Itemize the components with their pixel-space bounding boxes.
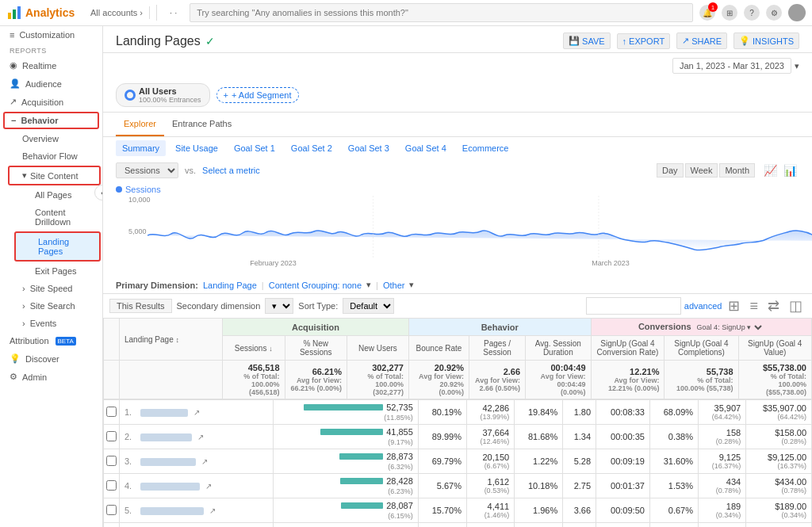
sidebar-item-all-pages[interactable]: All Pages [13, 186, 102, 204]
compare-icon[interactable]: ⇄ [764, 297, 783, 315]
row-value: $9,125.00 (16.37%) [746, 449, 812, 474]
metric-select[interactable]: Sessions [116, 162, 178, 178]
insights-button[interactable]: 💡 INSIGHTS [733, 32, 799, 49]
row-link-icon[interactable]: ↗ [201, 457, 208, 466]
sidebar-item-admin[interactable]: ⚙ Admin [0, 368, 102, 386]
summary-value: $55,738.00 % of Total: 100.00% ($55,738.… [738, 361, 811, 399]
conv-rate-header[interactable]: SignUp (Goal 4 Conversion Rate) [591, 336, 665, 361]
sub-tab-site-usage[interactable]: Site Usage [169, 140, 224, 156]
pages-session-header[interactable]: Pages / Session [469, 336, 526, 361]
summary-new-sessions: 66.21% Avg for View: 66.21% (0.00%) [285, 361, 347, 399]
content-grouping-link[interactable]: Content Grouping: none [269, 281, 362, 290]
week-button[interactable]: Week [685, 163, 718, 178]
completions-header[interactable]: SignUp (Goal 4 Completions) [665, 336, 738, 361]
sidebar-item-audience[interactable]: 👤 Audience [0, 74, 102, 93]
bar-chart-icon[interactable]: 📊 [781, 164, 799, 177]
row-link-icon[interactable]: ↗ [205, 482, 212, 491]
row-duration: 00:09:50 [596, 498, 650, 523]
sidebar-item-behavior[interactable]: − Behavior [3, 112, 99, 129]
landing-page-cell: 2. ↗ [120, 425, 274, 449]
sidebar-item-behavior-flow[interactable]: Behavior Flow [6, 147, 102, 165]
row-pages: 1.34 [563, 425, 596, 449]
month-button[interactable]: Month [719, 163, 755, 178]
sidebar-item-events[interactable]: › Events [6, 315, 102, 332]
sidebar-item-acquisition[interactable]: ↗ Acquisition [0, 93, 102, 111]
landing-page-header[interactable]: Landing Page ↕ [120, 319, 223, 361]
svg-text:March 2023: March 2023 [592, 259, 630, 267]
sidebar-item-discover[interactable]: 💡 Discover [0, 349, 102, 368]
select-metric-link[interactable]: Select a metric [202, 166, 260, 175]
gear-icon: ⚙ [10, 372, 17, 382]
row-bounce: 1.22% [515, 449, 563, 474]
avg-duration-header[interactable]: Avg. Session Duration [526, 336, 592, 361]
this-results-button[interactable]: This Results [109, 299, 172, 313]
row-checkbox[interactable] [104, 400, 120, 425]
tab-explorer[interactable]: Explorer [116, 113, 164, 136]
grid-view-icon[interactable]: ⊞ [725, 297, 743, 315]
search-input[interactable] [190, 3, 693, 22]
row-link-icon[interactable]: ↗ [197, 433, 204, 441]
secondary-dim-select[interactable]: ▾ [265, 298, 293, 314]
sidebar-item-customization[interactable]: ≡ Customization [0, 26, 102, 44]
row-link-icon[interactable]: ↗ [193, 408, 200, 417]
new-sessions-header[interactable]: % New Sessions [285, 336, 347, 361]
bounce-rate-header[interactable]: Bounce Rate [408, 336, 469, 361]
sidebar-item-content-drilldown[interactable]: Content Drilldown [13, 204, 102, 231]
grid-icon[interactable]: ⊞ [722, 5, 737, 21]
export-button[interactable]: ↑ EXPORT [617, 33, 671, 49]
segment-pill[interactable]: All Users 100.00% Entrances [116, 83, 210, 107]
notifications-icon[interactable]: 🔔 [699, 5, 715, 21]
sub-tab-goal-set-1[interactable]: Goal Set 1 [228, 140, 282, 156]
value-header[interactable]: SignUp (Goal 4 Value) [738, 336, 811, 361]
row-checkbox[interactable] [104, 523, 120, 528]
sidebar-item-realtime[interactable]: ◉ Realtime [0, 56, 102, 74]
sort-type-select[interactable]: Default [343, 298, 394, 314]
row-link-icon[interactable]: ↗ [209, 506, 216, 515]
pivot-icon[interactable]: ◫ [786, 297, 806, 315]
sidebar-item-overview[interactable]: Overview [6, 130, 102, 147]
row-completions: 158 (0.28%) [699, 425, 746, 449]
row-conv-rate: 0.38% [649, 425, 698, 449]
avatar[interactable] [788, 4, 806, 21]
help-icon[interactable]: ? [744, 5, 760, 21]
sidebar-item-site-content[interactable]: ▾ Site Content [8, 166, 101, 185]
row-pages: 5.28 [563, 449, 596, 474]
table-search-input[interactable] [586, 297, 681, 315]
landing-page-dim-link[interactable]: Landing Page [203, 281, 257, 290]
tab-entrance-paths[interactable]: Entrance Paths [164, 113, 239, 136]
sessions-header[interactable]: Sessions ↓ [223, 336, 285, 361]
add-segment-button[interactable]: + + Add Segment [216, 87, 299, 103]
realtime-icon: ◉ [10, 60, 17, 71]
share-button[interactable]: ↗ SHARE [676, 32, 727, 49]
sub-tab-summary[interactable]: Summary [116, 140, 166, 156]
sidebar-item-site-search[interactable]: › Site Search [6, 297, 102, 315]
other-dim-link[interactable]: Other [383, 281, 405, 290]
property-selector[interactable]: · · [163, 8, 183, 17]
row-checkbox[interactable] [104, 498, 120, 523]
sidebar-item-landing-pages[interactable]: Landing Pages [14, 231, 101, 262]
summary-sessions: 456,518 % of Total: 100.00% (456,518) [223, 361, 285, 399]
row-number: 3. [124, 456, 132, 466]
account-selector[interactable]: All accounts › [84, 6, 150, 19]
day-button[interactable]: Day [657, 163, 684, 178]
line-chart-icon[interactable]: 📈 [761, 164, 779, 177]
save-button[interactable]: 💾 SAVE [563, 32, 611, 49]
row-checkbox[interactable] [104, 425, 120, 449]
sub-tab-goal-set-3[interactable]: Goal Set 3 [342, 140, 396, 156]
row-checkbox[interactable] [104, 449, 120, 474]
landing-page-cell: 1. ↗ [120, 400, 274, 425]
sub-tab-goal-set-2[interactable]: Goal Set 2 [285, 140, 339, 156]
goal-select[interactable]: Goal 4: SignUp ▾ [694, 323, 764, 332]
row-checkbox[interactable] [104, 474, 120, 498]
pipe-separator-2: | [376, 281, 378, 290]
date-range-picker[interactable]: Jan 1, 2023 - Mar 31, 2023 [672, 58, 791, 74]
sidebar-item-attribution[interactable]: Attribution BETA [0, 332, 102, 349]
sidebar-item-exit-pages[interactable]: Exit Pages [13, 262, 102, 280]
sidebar-item-site-speed[interactable]: › Site Speed [6, 280, 102, 297]
new-users-header[interactable]: New Users [347, 336, 408, 361]
list-view-icon[interactable]: ≡ [746, 298, 761, 315]
sub-tab-ecommerce[interactable]: Ecommerce [456, 140, 515, 156]
settings-icon[interactable]: ⚙ [766, 5, 782, 21]
sub-tab-goal-set-4[interactable]: Goal Set 4 [399, 140, 453, 156]
advanced-search-link[interactable]: advanced [684, 301, 722, 311]
